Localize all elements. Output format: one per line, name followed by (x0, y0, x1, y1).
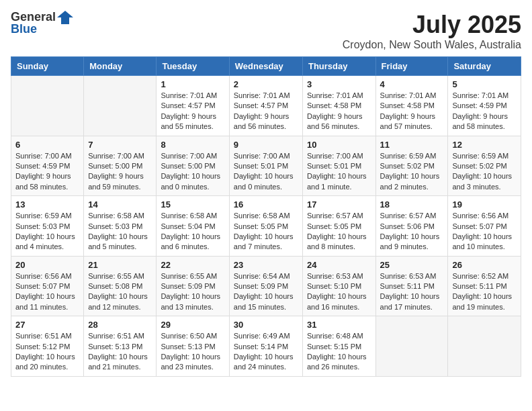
calendar-cell: 25Sunrise: 6:53 AMSunset: 5:11 PMDayligh… (375, 256, 448, 316)
day-info: Sunrise: 7:01 AMSunset: 4:58 PMDaylight:… (380, 91, 444, 132)
day-number: 21 (88, 260, 152, 270)
svg-marker-0 (57, 11, 73, 24)
day-number: 19 (452, 199, 517, 210)
day-info: Sunrise: 7:01 AMSunset: 4:58 PMDaylight:… (307, 91, 371, 132)
calendar-cell: 16Sunrise: 6:58 AMSunset: 5:05 PMDayligh… (229, 196, 302, 257)
calendar-cell (84, 76, 157, 136)
calendar-cell (375, 316, 448, 377)
calendar-cell: 11Sunrise: 6:59 AMSunset: 5:02 PMDayligh… (375, 136, 448, 196)
day-number: 28 (88, 320, 152, 330)
calendar-cell: 21Sunrise: 6:55 AMSunset: 5:08 PMDayligh… (84, 256, 157, 316)
day-info: Sunrise: 7:01 AMSunset: 4:57 PMDaylight:… (234, 91, 298, 132)
day-info: Sunrise: 6:48 AMSunset: 5:15 PMDaylight:… (307, 331, 371, 373)
day-info: Sunrise: 6:50 AMSunset: 5:13 PMDaylight:… (161, 331, 224, 373)
calendar-cell: 20Sunrise: 6:56 AMSunset: 5:07 PMDayligh… (11, 256, 84, 316)
day-info: Sunrise: 6:56 AMSunset: 5:07 PMDaylight:… (15, 271, 79, 313)
calendar-cell: 31Sunrise: 6:48 AMSunset: 5:15 PMDayligh… (302, 316, 375, 377)
day-info: Sunrise: 6:49 AMSunset: 5:14 PMDaylight:… (234, 331, 298, 373)
calendar-cell: 4Sunrise: 7:01 AMSunset: 4:58 PMDaylight… (375, 76, 448, 136)
calendar-cell (11, 76, 84, 136)
calendar-cell: 24Sunrise: 6:53 AMSunset: 5:10 PMDayligh… (302, 256, 375, 316)
calendar-cell: 19Sunrise: 6:56 AMSunset: 5:07 PMDayligh… (448, 196, 521, 257)
calendar-week-row: 6Sunrise: 7:00 AMSunset: 4:59 PMDaylight… (11, 136, 521, 196)
day-number: 2 (234, 79, 298, 89)
day-number: 4 (380, 79, 444, 89)
calendar-cell: 14Sunrise: 6:58 AMSunset: 5:03 PMDayligh… (84, 196, 157, 257)
day-info: Sunrise: 7:00 AMSunset: 5:00 PMDaylight:… (88, 151, 152, 193)
calendar-cell: 5Sunrise: 7:01 AMSunset: 4:59 PMDaylight… (448, 76, 521, 136)
day-info: Sunrise: 6:51 AMSunset: 5:12 PMDaylight:… (15, 331, 79, 373)
day-info: Sunrise: 6:59 AMSunset: 5:03 PMDaylight:… (15, 211, 79, 253)
day-number: 12 (452, 140, 517, 150)
day-info: Sunrise: 6:59 AMSunset: 5:02 PMDaylight:… (452, 151, 517, 193)
col-header-sunday: Sunday (11, 57, 84, 76)
calendar-header-row: SundayMondayTuesdayWednesdayThursdayFrid… (11, 57, 521, 76)
calendar-cell: 27Sunrise: 6:51 AMSunset: 5:12 PMDayligh… (11, 316, 84, 377)
day-info: Sunrise: 7:00 AMSunset: 5:01 PMDaylight:… (307, 151, 371, 193)
day-number: 13 (15, 199, 79, 210)
col-header-friday: Friday (375, 57, 448, 76)
day-number: 27 (15, 320, 79, 330)
calendar-cell: 22Sunrise: 6:55 AMSunset: 5:09 PMDayligh… (157, 256, 229, 316)
calendar-cell: 17Sunrise: 6:57 AMSunset: 5:05 PMDayligh… (302, 196, 375, 257)
day-number: 6 (15, 140, 79, 150)
title-area: July 2025 Croydon, New South Wales, Aust… (343, 11, 521, 51)
day-number: 10 (307, 140, 371, 150)
day-number: 9 (234, 140, 298, 150)
day-number: 24 (307, 260, 371, 270)
day-info: Sunrise: 6:54 AMSunset: 5:09 PMDaylight:… (234, 271, 298, 313)
day-number: 26 (452, 260, 517, 270)
location-subtitle: Croydon, New South Wales, Australia (343, 39, 521, 51)
calendar-week-row: 20Sunrise: 6:56 AMSunset: 5:07 PMDayligh… (11, 256, 521, 316)
calendar-cell: 7Sunrise: 7:00 AMSunset: 5:00 PMDaylight… (84, 136, 157, 196)
day-info: Sunrise: 6:58 AMSunset: 5:04 PMDaylight:… (161, 211, 224, 253)
calendar-cell: 30Sunrise: 6:49 AMSunset: 5:14 PMDayligh… (229, 316, 302, 377)
day-info: Sunrise: 7:00 AMSunset: 5:00 PMDaylight:… (161, 151, 224, 193)
month-year-title: July 2025 (343, 11, 521, 39)
day-info: Sunrise: 6:53 AMSunset: 5:11 PMDaylight:… (380, 271, 444, 313)
day-info: Sunrise: 7:00 AMSunset: 5:01 PMDaylight:… (234, 151, 298, 193)
calendar-cell: 15Sunrise: 6:58 AMSunset: 5:04 PMDayligh… (157, 196, 229, 257)
calendar-week-row: 27Sunrise: 6:51 AMSunset: 5:12 PMDayligh… (11, 316, 521, 377)
col-header-saturday: Saturday (448, 57, 521, 76)
logo-icon (57, 11, 73, 24)
col-header-wednesday: Wednesday (229, 57, 302, 76)
day-info: Sunrise: 6:53 AMSunset: 5:10 PMDaylight:… (307, 271, 371, 313)
day-info: Sunrise: 7:00 AMSunset: 4:59 PMDaylight:… (15, 151, 79, 193)
day-number: 14 (88, 199, 152, 210)
col-header-thursday: Thursday (302, 57, 375, 76)
day-number: 30 (234, 320, 298, 330)
day-info: Sunrise: 6:51 AMSunset: 5:13 PMDaylight:… (88, 331, 152, 373)
day-info: Sunrise: 6:55 AMSunset: 5:09 PMDaylight:… (161, 271, 224, 313)
day-number: 3 (307, 79, 371, 89)
calendar-week-row: 13Sunrise: 6:59 AMSunset: 5:03 PMDayligh… (11, 196, 521, 257)
calendar-table: SundayMondayTuesdayWednesdayThursdayFrid… (11, 56, 521, 377)
col-header-monday: Monday (84, 57, 157, 76)
day-info: Sunrise: 6:58 AMSunset: 5:03 PMDaylight:… (88, 211, 152, 253)
calendar-cell: 13Sunrise: 6:59 AMSunset: 5:03 PMDayligh… (11, 196, 84, 257)
day-number: 29 (161, 320, 224, 330)
calendar-cell: 12Sunrise: 6:59 AMSunset: 5:02 PMDayligh… (448, 136, 521, 196)
calendar-week-row: 1Sunrise: 7:01 AMSunset: 4:57 PMDaylight… (11, 76, 521, 136)
calendar-cell: 10Sunrise: 7:00 AMSunset: 5:01 PMDayligh… (302, 136, 375, 196)
calendar-cell: 18Sunrise: 6:57 AMSunset: 5:06 PMDayligh… (375, 196, 448, 257)
day-info: Sunrise: 6:57 AMSunset: 5:06 PMDaylight:… (380, 211, 444, 253)
day-number: 8 (161, 140, 224, 150)
day-number: 18 (380, 199, 444, 210)
day-number: 15 (161, 199, 224, 210)
day-number: 11 (380, 140, 444, 150)
day-number: 22 (161, 260, 224, 270)
calendar-cell: 9Sunrise: 7:00 AMSunset: 5:01 PMDaylight… (229, 136, 302, 196)
day-number: 31 (307, 320, 371, 330)
day-number: 1 (161, 79, 224, 89)
calendar-cell (448, 316, 521, 377)
calendar-cell: 23Sunrise: 6:54 AMSunset: 5:09 PMDayligh… (229, 256, 302, 316)
calendar-cell: 8Sunrise: 7:00 AMSunset: 5:00 PMDaylight… (157, 136, 229, 196)
calendar-cell: 1Sunrise: 7:01 AMSunset: 4:57 PMDaylight… (157, 76, 229, 136)
calendar-cell: 26Sunrise: 6:52 AMSunset: 5:11 PMDayligh… (448, 256, 521, 316)
calendar-cell: 3Sunrise: 7:01 AMSunset: 4:58 PMDaylight… (302, 76, 375, 136)
logo-blue: Blue (11, 23, 73, 36)
day-info: Sunrise: 7:01 AMSunset: 4:57 PMDaylight:… (161, 91, 224, 132)
day-info: Sunrise: 6:56 AMSunset: 5:07 PMDaylight:… (452, 211, 517, 253)
page-header: General Blue July 2025 Croydon, New Sout… (11, 11, 521, 51)
